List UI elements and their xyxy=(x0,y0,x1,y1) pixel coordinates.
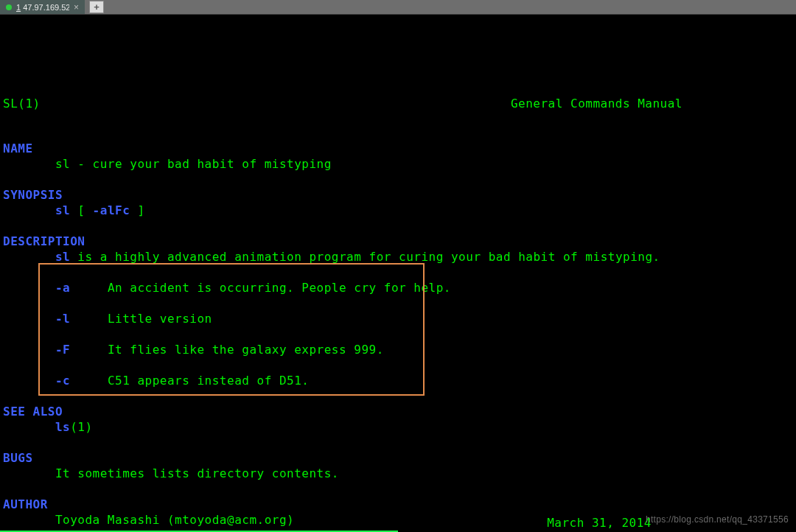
watermark-text: https://blog.csdn.net/qq_43371556 xyxy=(646,512,789,528)
section-bugs: BUGS xyxy=(3,451,33,465)
author-line: Toyoda Masashi (mtoyoda@acm.org) xyxy=(55,513,294,527)
name-line: sl - cure your bad habit of mistyping xyxy=(55,157,332,171)
manpage-header-left: SL(1) xyxy=(3,96,41,111)
tab-label: 1 47.97.169.52 xyxy=(16,3,69,12)
manpage-header: SL(1) General Commands Manual xyxy=(3,96,793,111)
seealso-cmd: ls xyxy=(55,420,70,434)
opt-c-text: C51 appears instead of D51. xyxy=(108,374,310,388)
opt-l-text: Little version xyxy=(108,312,212,326)
new-tab-button[interactable]: + xyxy=(89,1,104,13)
synopsis-close: ] xyxy=(130,203,144,217)
opt-l-flag: -l xyxy=(55,312,70,326)
tab-host: 47.97.169.52 xyxy=(23,3,69,12)
close-tab-icon[interactable]: × xyxy=(74,3,79,12)
manpage-body: NAME sl - cure your bad habit of mistypi… xyxy=(3,125,660,528)
opt-a-flag: -a xyxy=(55,281,70,295)
seealso-suffix: (1) xyxy=(70,420,92,434)
section-name: NAME xyxy=(3,141,33,155)
section-synopsis: SYNOPSIS xyxy=(3,188,63,202)
synopsis-flags: -alFc xyxy=(93,203,130,217)
opt-F-text: It flies like the galaxy express 999. xyxy=(108,343,384,357)
section-see-also: SEE ALSO xyxy=(3,405,63,419)
synopsis-open: [ xyxy=(70,203,92,217)
desc-rest: is a highly advanced animation program f… xyxy=(70,250,660,264)
bugs-line: It sometimes lists directory contents. xyxy=(55,466,339,480)
manpage-header-right: General Commands Manual xyxy=(511,96,682,111)
opt-F-flag: -F xyxy=(55,343,70,357)
section-description: DESCRIPTION xyxy=(3,234,85,248)
manpage-footer-date: March 31, 2014 xyxy=(547,515,652,531)
synopsis-cmd: sl xyxy=(55,203,70,217)
status-dot-icon xyxy=(6,4,12,10)
terminal-tab-1[interactable]: 1 47.97.169.52 × xyxy=(0,0,85,14)
tab-index: 1 xyxy=(16,3,21,12)
opt-a-text: An accident is occurring. People cry for… xyxy=(108,281,451,295)
desc-cmd: sl xyxy=(55,250,70,264)
terminal-viewport[interactable]: SL(1) General Commands Manual NAME sl - … xyxy=(0,15,796,532)
tab-bar: 1 47.97.169.52 × + xyxy=(0,0,796,15)
opt-c-flag: -c xyxy=(55,374,70,388)
section-author: AUTHOR xyxy=(3,497,48,511)
